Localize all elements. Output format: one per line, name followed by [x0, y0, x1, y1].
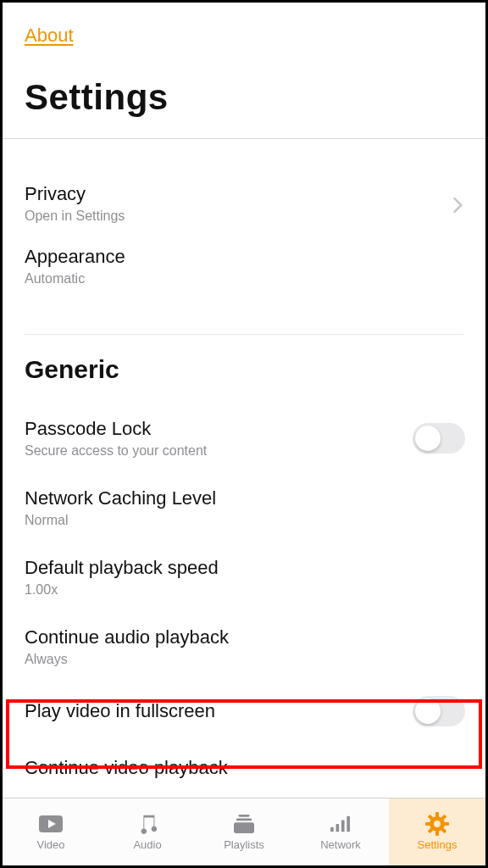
row-title: Passcode Lock: [25, 418, 207, 440]
tab-label: Network: [320, 838, 361, 851]
row-subtitle: 1.00x: [25, 582, 219, 598]
tab-bar: Video Audio Playlists: [3, 798, 485, 865]
settings-row-privacy[interactable]: Privacy Open in Settings: [3, 183, 485, 246]
settings-row-passcode-lock[interactable]: Passcode Lock Secure access to your cont…: [3, 403, 485, 472]
playlists-icon: [230, 813, 258, 835]
divider: [25, 334, 463, 335]
tab-label: Video: [36, 838, 64, 851]
svg-rect-7: [347, 816, 350, 832]
row-subtitle: Always: [25, 652, 229, 667]
settings-row-play-fullscreen[interactable]: Play video in fullscreen: [3, 681, 485, 740]
svg-rect-12: [444, 822, 449, 826]
toggle-passcode-lock[interactable]: [413, 423, 465, 453]
tab-label: Settings: [418, 838, 458, 851]
svg-rect-1: [239, 815, 250, 817]
settings-row-network-caching[interactable]: Network Caching Level Normal: [3, 472, 485, 542]
svg-rect-9: [435, 812, 439, 817]
svg-rect-3: [234, 822, 254, 833]
svg-rect-6: [341, 820, 345, 832]
row-title: Default playback speed: [25, 557, 219, 579]
svg-rect-5: [336, 824, 340, 832]
tab-settings[interactable]: Settings: [389, 798, 485, 865]
section-heading-generic: Generic: [25, 355, 485, 384]
about-link[interactable]: About: [25, 25, 74, 47]
svg-rect-2: [236, 819, 252, 821]
svg-point-17: [434, 821, 441, 827]
row-title: Continue video playback: [25, 757, 228, 779]
page-title: Settings: [25, 77, 485, 118]
tab-playlists[interactable]: Playlists: [196, 798, 292, 865]
settings-row-continue-video[interactable]: Continue video playback: [3, 740, 485, 794]
tab-video[interactable]: Video: [3, 798, 99, 865]
settings-row-default-speed[interactable]: Default playback speed 1.00x: [3, 542, 485, 611]
gear-icon: [424, 813, 451, 835]
row-subtitle: Automatic: [25, 271, 125, 287]
row-title: Continue audio playback: [25, 626, 229, 648]
row-subtitle: Secure access to your content: [25, 443, 207, 459]
row-subtitle: Normal: [25, 513, 216, 528]
row-title: Network Caching Level: [25, 487, 216, 509]
toggle-play-fullscreen[interactable]: [413, 696, 465, 726]
audio-icon: [134, 813, 161, 835]
tab-label: Playlists: [224, 838, 264, 851]
settings-row-appearance[interactable]: Appearance Automatic: [3, 246, 485, 309]
row-title: Appearance: [25, 246, 125, 268]
tab-audio[interactable]: Audio: [99, 798, 196, 865]
svg-rect-11: [425, 822, 430, 826]
video-icon: [37, 813, 64, 835]
tab-network[interactable]: Network: [292, 798, 389, 865]
tab-label: Audio: [133, 838, 161, 851]
row-title: Play video in fullscreen: [25, 700, 215, 722]
svg-rect-10: [435, 831, 439, 836]
row-title: Privacy: [25, 183, 125, 205]
chevron-right-icon: [453, 198, 465, 209]
svg-rect-4: [330, 827, 334, 832]
row-subtitle: Open in Settings: [25, 209, 125, 224]
network-icon: [327, 813, 354, 835]
settings-row-continue-audio[interactable]: Continue audio playback Always: [3, 611, 485, 681]
